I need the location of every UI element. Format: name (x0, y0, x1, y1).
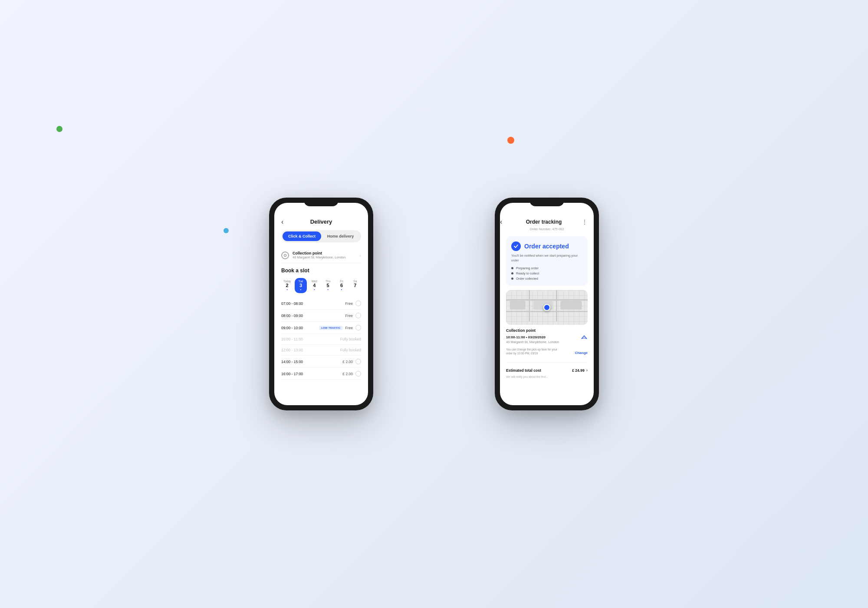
collection-time: 10:00-11:00 • 03/20/2020 (506, 335, 581, 339)
slot-right-3: Fully booked (340, 337, 361, 341)
slot-time-2: 09:00 - 10:00 (281, 326, 303, 330)
slot-price-4: Fully booked (340, 348, 361, 352)
accepted-desc: You'll be notified when we start prepari… (511, 254, 582, 263)
slot-right-2: LOW TRAFFIC Free (319, 325, 361, 330)
date-fri[interactable]: Fri 6 • (335, 278, 347, 293)
slot-price-0: Free (345, 301, 353, 306)
step-label-1: Ready to collect (516, 271, 539, 275)
step-0: Preparing order (511, 266, 582, 270)
date-label-1: Tue (299, 280, 303, 283)
back-button-1[interactable]: ‹ (281, 218, 283, 226)
slot-price-5: £ 2.00 (342, 360, 353, 364)
step-dot-2 (511, 278, 513, 280)
check-icon (511, 241, 521, 251)
cp-section-title: Collection point (506, 328, 588, 333)
slot-0[interactable]: 07:00 - 08:00 Free (281, 297, 361, 310)
collection-info-row: 10:00-11:00 • 03/20/2020 40 Margaret St,… (506, 335, 588, 344)
slot-time-3: 10:00 - 11:00 (281, 337, 303, 341)
estimated-price: £ 24.99 (572, 368, 584, 373)
date-dot-3: • (327, 288, 329, 291)
tab-click-collect[interactable]: Click & Collect (283, 231, 321, 241)
divider (506, 362, 588, 363)
svg-point-0 (284, 254, 286, 256)
notification-note: We will notify you about the first... (506, 375, 588, 378)
phone-delivery: ‹ Delivery Click & Collect Home delivery… (269, 198, 373, 410)
slot-time-1: 08:00 - 09:00 (281, 314, 303, 318)
accepted-title-row: Order accepted (511, 241, 582, 251)
slot-radio-0[interactable] (355, 301, 361, 306)
location-icon (281, 251, 289, 259)
order-number: Order Number: 475 002 (506, 227, 588, 231)
map-pin (543, 304, 550, 311)
phone-notch-2 (529, 198, 564, 206)
date-today[interactable]: Today 2 • (281, 278, 293, 293)
step-dot-0 (511, 267, 513, 269)
collection-point-row[interactable]: Collection point 40 Margaret St, Maryleb… (281, 248, 361, 263)
slot-right-0: Free (345, 301, 361, 306)
slot-6[interactable]: 16:00 - 17:00 £ 2.00 (281, 368, 361, 380)
date-label-0: Today (283, 280, 291, 283)
slot-price-1: Free (345, 314, 353, 318)
slot-right-6: £ 2.00 (342, 371, 361, 377)
slot-right-5: £ 2.00 (342, 359, 361, 364)
date-thu[interactable]: Thu 5 • (322, 278, 334, 293)
date-wed[interactable]: Wed 4 • (309, 278, 320, 293)
low-traffic-badge: LOW TRAFFIC (319, 326, 343, 330)
map-area (506, 290, 588, 325)
estimated-total-row[interactable]: Estimated total cost £ 24.99 › (506, 366, 588, 373)
date-label-4: Fri (340, 280, 343, 283)
phone1-title: Delivery (310, 218, 332, 225)
back-button-2[interactable]: ‹ (500, 218, 502, 226)
slot-radio-1[interactable] (355, 313, 361, 318)
change-note: You can change the pick-up time for your… (506, 347, 588, 355)
green-dot (56, 126, 62, 132)
order-steps-list: Preparing order Ready to collect Order c… (511, 266, 582, 281)
accepted-title: Order accepted (524, 243, 569, 250)
svg-rect-7 (560, 301, 582, 310)
more-button[interactable]: ⋮ (582, 218, 588, 225)
date-tue[interactable]: Tue 3 • (295, 278, 306, 293)
cp-title: Collection point (293, 251, 356, 255)
step-dot-1 (511, 272, 513, 274)
date-sat[interactable]: Sa 7 (349, 278, 361, 293)
slot-1[interactable]: 08:00 - 09:00 Free (281, 310, 361, 322)
slot-price-2: Free (345, 326, 353, 330)
slot-price-6: £ 2.00 (342, 372, 353, 376)
slot-price-3: Fully booked (340, 337, 361, 341)
collection-addr: 40 Margaret St, Marylebone, London (506, 340, 581, 344)
slot-radio-5[interactable] (355, 359, 361, 364)
slot-radio-6[interactable] (355, 371, 361, 377)
date-label-5: Sa (353, 280, 357, 283)
svg-rect-6 (510, 301, 526, 310)
order-header: ‹ Order tracking ⋮ (506, 218, 588, 225)
main-scene: ‹ Delivery Click & Collect Home delivery… (0, 0, 868, 608)
order-title: Order tracking (506, 219, 582, 225)
estimated-label: Estimated total cost (506, 368, 541, 373)
collection-time-addr: 10:00-11:00 • 03/20/2020 40 Margaret St,… (506, 335, 581, 344)
change-note-text: You can change the pick-up time for your… (506, 347, 562, 355)
navigate-icon (581, 335, 588, 342)
slot-4: 12:00 - 13:00 Fully booked (281, 345, 361, 356)
phone-screen-tracking: ‹ Order tracking ⋮ Order Number: 475 002… (500, 203, 594, 405)
tab-home-delivery[interactable]: Home delivery (321, 231, 360, 241)
slot-time-4: 12:00 - 13:00 (281, 348, 303, 352)
date-dot-0: • (286, 288, 288, 291)
slot-2[interactable]: 09:00 - 10:00 LOW TRAFFIC Free (281, 322, 361, 334)
date-num-5: 7 (354, 283, 356, 288)
phone-screen-delivery: ‹ Delivery Click & Collect Home delivery… (274, 203, 368, 405)
change-link[interactable]: Change (575, 350, 588, 355)
book-slot-title: Book a slot (281, 268, 361, 274)
slot-list: 07:00 - 08:00 Free 08:00 - 09:00 Free (281, 297, 361, 380)
collection-section: Collection point 10:00-11:00 • 03/20/202… (506, 328, 588, 355)
date-dot-2: • (314, 288, 315, 291)
orange-dot (507, 137, 514, 144)
cp-arrow-icon: › (359, 253, 361, 258)
slot-radio-2[interactable] (355, 325, 361, 330)
phone-tracking: ‹ Order tracking ⋮ Order Number: 475 002… (495, 198, 599, 410)
estimated-arrow-icon: › (586, 368, 588, 373)
date-dot-1: • (300, 288, 302, 291)
slot-5[interactable]: 14:00 - 15:00 £ 2.00 (281, 356, 361, 368)
phone-notch-1 (304, 198, 339, 206)
estimated-value-row: £ 24.99 › (572, 368, 588, 373)
cp-address: 40 Margaret St, Marylebone, London (293, 255, 356, 259)
